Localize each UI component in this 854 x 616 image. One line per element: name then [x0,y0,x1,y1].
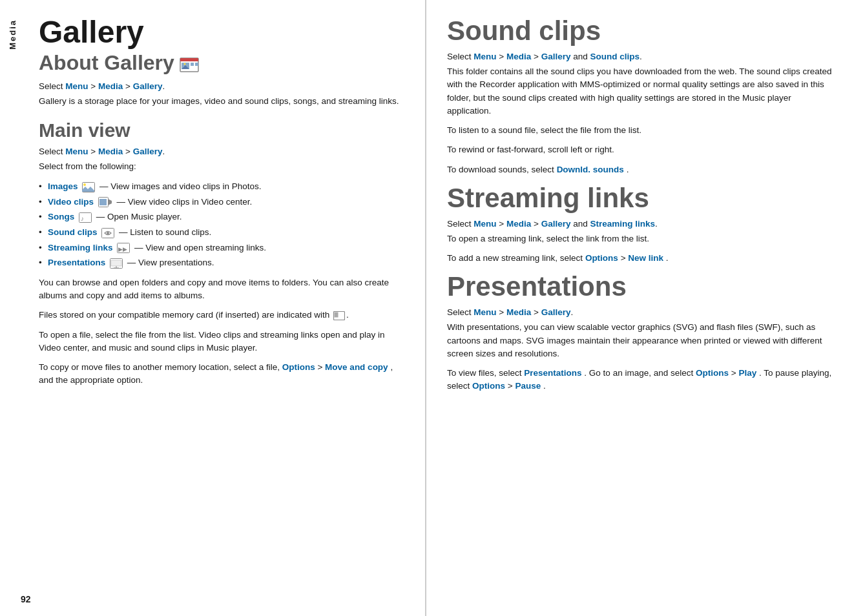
svg-point-16 [107,232,109,234]
gallery-link-about[interactable]: Gallery [133,81,163,91]
streaming-body2: To add a new streaming link, select Opti… [447,252,833,265]
presentations-icon [110,258,123,269]
sound-clips-link-sc[interactable]: Sound clips [590,52,640,61]
svg-marker-11 [108,199,112,205]
svg-point-9 [83,183,86,186]
list-item: Sound clips — Listen to sound clips. [39,225,404,240]
sound-clips-body2: To listen to a sound file, select the fi… [447,124,833,137]
media-link-pr[interactable]: Media [506,307,531,317]
svg-rect-4 [195,63,198,66]
sound-clips-body1: This folder contains all the sound clips… [447,65,833,118]
svg-text:♪: ♪ [81,215,84,222]
streaming-body1: To open a streaming link, select the lin… [447,232,833,245]
media-label: Media [8,19,17,50]
sound-clips-title: Sound clips [447,15,833,46]
page-number: 92 [21,594,31,604]
memory-card-icon [333,311,345,320]
presentations-title: Presentations [447,271,833,302]
options-link-pr2[interactable]: Options [472,381,505,391]
play-link-pr[interactable]: Play [738,368,756,378]
list-item: Images — View images and video clips in … [39,180,404,194]
presentations-select-line: Select Menu > Media > Gallery. [447,307,833,317]
body4: To copy or move files to another memory … [39,361,404,387]
about-body: Gallery is a storage place for your imag… [39,95,404,108]
svg-rect-3 [191,63,194,66]
presentations-body1: With presentations, you can view scalabl… [447,321,833,360]
menu-link-sc[interactable]: Menu [474,52,496,61]
svg-text:▶▶: ▶▶ [118,246,127,252]
main-view-title: Main view [39,119,404,141]
options-link-body4[interactable]: Options [282,362,315,372]
songs-icon: ♪ [79,212,92,223]
menu-link-main[interactable]: Menu [65,147,88,156]
images-icon [82,182,95,192]
feature-list: Images — View images and video clips in … [39,180,404,270]
body3: To open a file, select the file from the… [39,329,404,355]
pause-link-pr[interactable]: Pause [515,381,541,391]
main-select-line: Select Menu > Media > Gallery. [39,147,404,156]
video-clips-icon [98,197,112,207]
sound-clips-icon [101,228,114,238]
streaming-links-icon: ▶▶ [117,243,130,253]
about-select-line: Select Menu > Media > Gallery. [39,81,404,91]
right-panel: Sound clips Select Menu > Media > Galler… [426,0,854,616]
list-item: Presentations — View presentations. [39,256,404,270]
svg-rect-24 [334,312,338,317]
svg-rect-20 [111,260,121,266]
list-item: Streaming links ▶▶ — View and open strea… [39,241,404,255]
body1: You can browse and open folders and copy… [39,276,404,303]
svg-point-6 [183,63,185,65]
left-panel: Media Gallery About Gallery Select Menu … [0,0,426,616]
sound-clips-body4: To download sounds, select Downld. sound… [447,163,833,176]
gallery-link-sc[interactable]: Gallery [541,52,571,61]
streaming-links-title: Streaming links [447,183,833,214]
sound-clips-body3: To rewind or fast-forward, scroll left o… [447,143,833,156]
menu-link-sl[interactable]: Menu [474,219,496,229]
sound-clips-link[interactable]: Sound clips [48,227,98,237]
streaming-links-link[interactable]: Streaming links [48,243,113,252]
menu-link-pr[interactable]: Menu [474,307,496,317]
list-item: Songs ♪ — Open Music player. [39,210,404,224]
select-from-text: Select from the following: [39,160,404,173]
sound-clips-select-line: Select Menu > Media > Gallery and Sound … [447,52,833,61]
presentations-body2: To view files, select Presentations . Go… [447,367,833,393]
media-link-sc[interactable]: Media [506,52,531,61]
options-link-pr1[interactable]: Options [696,368,729,378]
options-link-sl[interactable]: Options [585,253,618,263]
streaming-select-line: Select Menu > Media > Gallery and Stream… [447,219,833,229]
presentations-link[interactable]: Presentations [48,258,105,267]
gallery-link-sl[interactable]: Gallery [541,219,571,229]
media-link-main[interactable]: Media [98,147,123,156]
list-item: Video clips — View video clips in Video … [39,195,404,209]
body2: Files stored on your compatible memory c… [39,309,404,322]
media-link-sl[interactable]: Media [506,219,531,229]
svg-rect-12 [99,199,107,205]
svg-rect-1 [180,58,198,61]
video-clips-link[interactable]: Video clips [48,197,94,207]
gallery-icon [180,54,200,71]
gallery-title: Gallery [39,15,404,50]
new-link-link[interactable]: New link [628,253,663,263]
about-gallery-heading: About Gallery [39,51,404,75]
streaming-links-link-sl[interactable]: Streaming links [590,219,656,229]
images-link[interactable]: Images [48,181,78,191]
gallery-link-pr[interactable]: Gallery [541,307,571,317]
presentations-link-pr[interactable]: Presentations [524,368,581,378]
menu-link-about[interactable]: Menu [65,81,88,91]
songs-link[interactable]: Songs [48,212,74,221]
media-link-about[interactable]: Media [98,81,123,91]
downld-sounds-link[interactable]: Downld. sounds [557,165,624,174]
gallery-link-main[interactable]: Gallery [133,147,163,156]
move-copy-link[interactable]: Move and copy [325,362,388,372]
